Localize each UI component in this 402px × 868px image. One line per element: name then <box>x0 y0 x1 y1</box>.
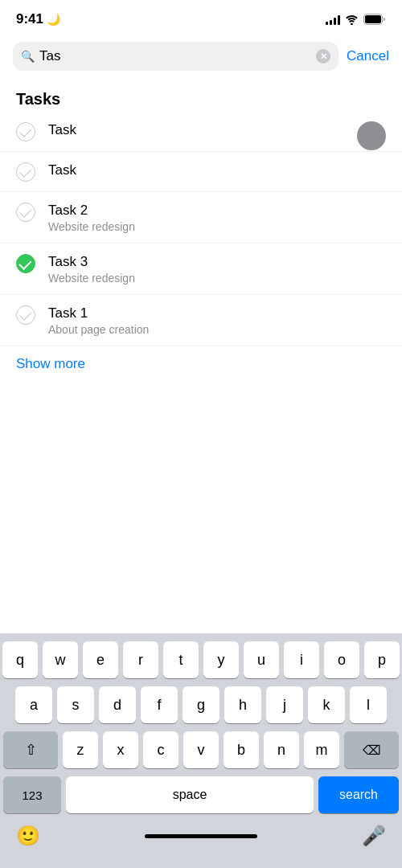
key-l[interactable]: l <box>350 686 387 723</box>
signal-icon <box>326 14 340 25</box>
list-item[interactable]: Task 3 Website redesign <box>0 244 402 295</box>
keyboard-emoji-row: 🙂 🎤 <box>3 818 399 863</box>
task-content: Task <box>48 162 386 179</box>
search-bar: 🔍 ✕ Cancel <box>0 35 402 77</box>
keyboard-row-3: ⇧ z x c v b n m ⌫ <box>3 731 399 768</box>
task-name: Task 2 <box>48 202 386 219</box>
show-more-button[interactable]: Show more <box>0 346 402 382</box>
key-w[interactable]: w <box>43 641 78 678</box>
status-bar: 9:41 🌙 <box>0 0 402 35</box>
key-k[interactable]: k <box>308 686 345 723</box>
task-content: Task 1 About page creation <box>48 305 386 336</box>
key-numbers[interactable]: 123 <box>3 776 61 813</box>
key-c[interactable]: c <box>143 731 178 768</box>
clear-button[interactable]: ✕ <box>316 49 330 63</box>
emoji-button[interactable]: 🙂 <box>16 825 40 847</box>
key-search[interactable]: search <box>318 776 399 813</box>
key-shift[interactable]: ⇧ <box>3 731 58 768</box>
task-name: Task 1 <box>48 305 386 322</box>
section-title: Tasks <box>0 84 402 112</box>
task-list: Task Task Task 2 Website redesign Task 3… <box>0 112 402 346</box>
key-z[interactable]: z <box>63 731 98 768</box>
search-input[interactable] <box>39 48 311 64</box>
cancel-button[interactable]: Cancel <box>347 48 389 64</box>
key-h[interactable]: h <box>224 686 261 723</box>
task-checkbox[interactable] <box>16 162 35 182</box>
svg-point-0 <box>351 23 353 25</box>
task-content: Task 2 Website redesign <box>48 202 386 233</box>
list-item[interactable]: Task 2 Website redesign <box>0 192 402 244</box>
task-name: Task <box>48 162 386 179</box>
task-content: Task 3 Website redesign <box>48 253 386 285</box>
task-name: Task 3 <box>48 253 386 271</box>
key-y[interactable]: y <box>203 641 239 678</box>
avatar <box>357 121 386 150</box>
search-icon: 🔍 <box>21 50 35 63</box>
task-subtitle: About page creation <box>48 323 386 336</box>
keyboard-row-1: q w e r t y u i o p <box>3 641 399 678</box>
task-content: Task <box>48 121 386 139</box>
key-f[interactable]: f <box>141 686 178 723</box>
svg-rect-2 <box>365 15 381 23</box>
wifi-icon <box>345 14 359 25</box>
key-u[interactable]: u <box>244 641 279 678</box>
key-delete[interactable]: ⌫ <box>344 731 399 768</box>
task-subtitle: Website redesign <box>48 272 386 285</box>
key-v[interactable]: v <box>183 731 219 768</box>
list-item[interactable]: Task <box>0 152 402 192</box>
list-item[interactable]: Task <box>0 112 402 152</box>
status-time: 9:41 <box>16 11 43 27</box>
home-indicator <box>145 834 257 838</box>
task-checkbox[interactable] <box>16 305 35 325</box>
keyboard-bottom-row: 123 space search <box>3 776 399 813</box>
key-b[interactable]: b <box>224 731 259 768</box>
battery-icon <box>363 14 386 25</box>
task-name: Task <box>48 121 386 139</box>
search-results: Tasks Task Task Task 2 Website redesign <box>0 77 402 382</box>
key-r[interactable]: r <box>123 641 158 678</box>
key-x[interactable]: x <box>103 731 138 768</box>
keyboard-row-2: a s d f g h j k l <box>3 686 399 723</box>
key-d[interactable]: d <box>99 686 136 723</box>
key-t[interactable]: t <box>163 641 199 678</box>
key-m[interactable]: m <box>304 731 339 768</box>
key-q[interactable]: q <box>2 641 38 678</box>
key-space[interactable]: space <box>66 776 314 813</box>
status-icons <box>326 14 386 25</box>
key-p[interactable]: p <box>364 641 400 678</box>
list-item[interactable]: Task 1 About page creation <box>0 295 402 346</box>
key-i[interactable]: i <box>284 641 319 678</box>
key-g[interactable]: g <box>183 686 219 723</box>
key-a[interactable]: a <box>15 686 52 723</box>
task-checkbox[interactable] <box>16 122 35 141</box>
dictation-button[interactable]: 🎤 <box>362 825 386 847</box>
task-checkbox[interactable] <box>16 254 35 273</box>
key-e[interactable]: e <box>83 641 118 678</box>
keyboard: q w e r t y u i o p a s d f g h j k l ⇧ … <box>0 633 402 868</box>
key-o[interactable]: o <box>324 641 359 678</box>
moon-icon: 🌙 <box>47 13 60 26</box>
task-checkbox[interactable] <box>16 203 35 222</box>
task-subtitle: Website redesign <box>48 220 386 233</box>
key-n[interactable]: n <box>264 731 299 768</box>
search-input-wrapper[interactable]: 🔍 ✕ <box>13 42 338 71</box>
key-j[interactable]: j <box>266 686 303 723</box>
key-s[interactable]: s <box>57 686 94 723</box>
